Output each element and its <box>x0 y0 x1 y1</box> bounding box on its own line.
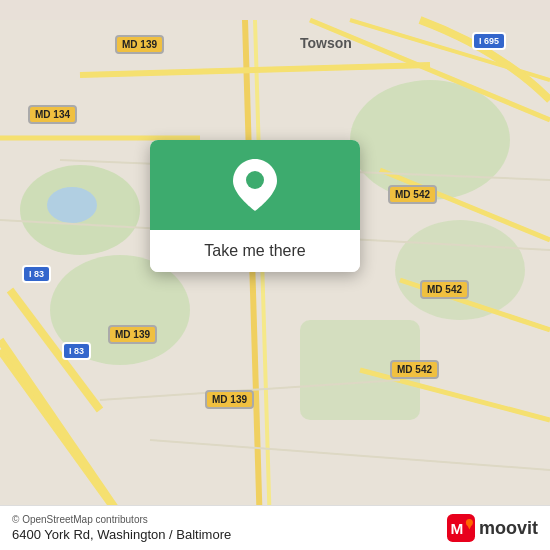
attribution: © OpenStreetMap contributors <box>12 514 231 525</box>
svg-point-4 <box>395 220 525 320</box>
popup-header <box>150 140 360 230</box>
road-badge-md139-low: MD 139 <box>205 390 254 409</box>
road-badge-md139-mid: MD 139 <box>108 325 157 344</box>
svg-point-3 <box>350 80 510 200</box>
map-background: Towson <box>0 0 550 550</box>
road-badge-i83-low: I 83 <box>62 342 91 360</box>
svg-text:Towson: Towson <box>300 35 352 51</box>
take-me-there-button[interactable]: Take me there <box>150 230 360 272</box>
road-badge-md134: MD 134 <box>28 105 77 124</box>
road-badge-i83-top: I 83 <box>22 265 51 283</box>
road-badge-i695: I 695 <box>472 32 506 50</box>
location-pin-icon <box>233 159 277 211</box>
popup-card: Take me there <box>150 140 360 272</box>
bottom-bar: © OpenStreetMap contributors 6400 York R… <box>0 505 550 550</box>
svg-point-6 <box>47 187 97 223</box>
road-badge-md542-top: MD 542 <box>388 185 437 204</box>
address: 6400 York Rd, Washington / Baltimore <box>12 527 231 542</box>
svg-point-24 <box>246 171 264 189</box>
road-badge-md542-low: MD 542 <box>390 360 439 379</box>
moovit-logo: M moovit <box>447 514 538 542</box>
svg-text:M: M <box>450 520 463 537</box>
road-badge-md139-top: MD 139 <box>115 35 164 54</box>
moovit-icon: M <box>447 514 475 542</box>
map-container: Towson MD 139 MD 134 MD 1 MD 139 MD 139 … <box>0 0 550 550</box>
road-badge-md542-mid: MD 542 <box>420 280 469 299</box>
moovit-text: moovit <box>479 518 538 539</box>
